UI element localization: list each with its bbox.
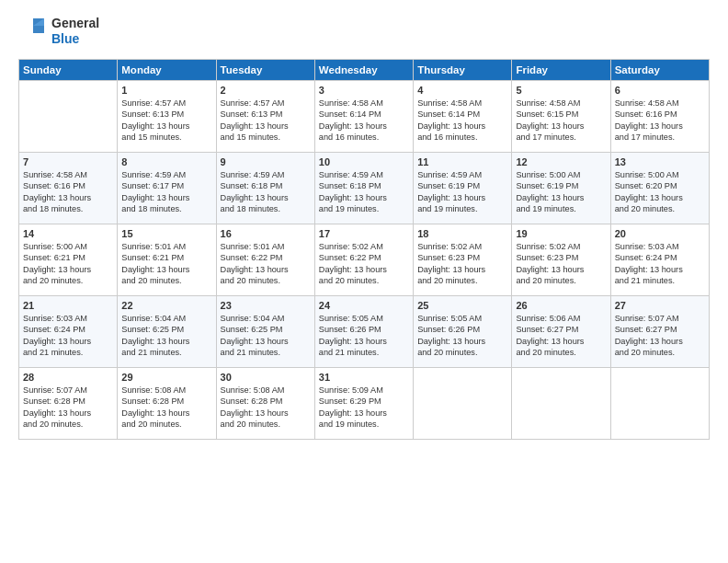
calendar-cell: 30Sunrise: 5:08 AM Sunset: 6:28 PM Dayli… <box>216 368 314 440</box>
week-row-1: 1Sunrise: 4:57 AM Sunset: 6:13 PM Daylig… <box>19 81 710 153</box>
cell-content: Sunrise: 4:58 AM Sunset: 6:16 PM Dayligh… <box>615 98 705 144</box>
cell-content: Sunrise: 5:02 AM Sunset: 6:23 PM Dayligh… <box>417 241 507 287</box>
day-number: 29 <box>121 372 211 383</box>
day-number: 11 <box>417 156 507 167</box>
cell-content: Sunrise: 4:59 AM Sunset: 6:19 PM Dayligh… <box>417 169 507 215</box>
day-number: 30 <box>221 372 311 383</box>
calendar-cell: 3Sunrise: 4:58 AM Sunset: 6:14 PM Daylig… <box>314 81 413 153</box>
calendar-cell: 5Sunrise: 4:58 AM Sunset: 6:15 PM Daylig… <box>512 81 610 153</box>
cell-content: Sunrise: 5:08 AM Sunset: 6:28 PM Dayligh… <box>221 385 311 431</box>
day-header-sunday: Sunday <box>19 60 118 81</box>
day-number: 25 <box>417 300 507 311</box>
calendar-cell: 2Sunrise: 4:57 AM Sunset: 6:13 PM Daylig… <box>216 81 314 153</box>
logo-graphic-icon <box>18 15 48 48</box>
day-number: 2 <box>221 85 311 96</box>
day-header-friday: Friday <box>512 60 610 81</box>
calendar-cell: 16Sunrise: 5:01 AM Sunset: 6:22 PM Dayli… <box>216 224 314 296</box>
header: General Blue <box>18 15 710 48</box>
cell-content: Sunrise: 5:05 AM Sunset: 6:26 PM Dayligh… <box>417 313 507 359</box>
day-number: 21 <box>23 300 113 311</box>
cell-content: Sunrise: 5:05 AM Sunset: 6:26 PM Dayligh… <box>319 313 409 359</box>
day-number: 26 <box>516 300 606 311</box>
calendar-cell: 22Sunrise: 5:04 AM Sunset: 6:25 PM Dayli… <box>118 296 216 368</box>
calendar-cell: 19Sunrise: 5:02 AM Sunset: 6:23 PM Dayli… <box>512 224 610 296</box>
calendar-cell: 24Sunrise: 5:05 AM Sunset: 6:26 PM Dayli… <box>314 296 413 368</box>
cell-content: Sunrise: 5:00 AM Sunset: 6:19 PM Dayligh… <box>516 169 606 215</box>
day-number: 9 <box>221 156 311 167</box>
cell-content: Sunrise: 5:09 AM Sunset: 6:29 PM Dayligh… <box>319 385 409 431</box>
logo: General Blue <box>18 15 99 48</box>
calendar-cell: 21Sunrise: 5:03 AM Sunset: 6:24 PM Dayli… <box>19 296 118 368</box>
calendar-cell: 18Sunrise: 5:02 AM Sunset: 6:23 PM Dayli… <box>414 224 512 296</box>
cell-content: Sunrise: 4:59 AM Sunset: 6:17 PM Dayligh… <box>121 169 211 215</box>
cell-content: Sunrise: 5:00 AM Sunset: 6:21 PM Dayligh… <box>23 241 113 287</box>
day-number: 3 <box>319 85 409 96</box>
cell-content: Sunrise: 4:58 AM Sunset: 6:14 PM Dayligh… <box>319 98 409 144</box>
day-number: 20 <box>615 228 705 239</box>
calendar-cell <box>19 81 118 153</box>
day-number: 1 <box>121 85 211 96</box>
cell-content: Sunrise: 5:06 AM Sunset: 6:27 PM Dayligh… <box>516 313 606 359</box>
calendar-cell: 4Sunrise: 4:58 AM Sunset: 6:14 PM Daylig… <box>414 81 512 153</box>
day-number: 27 <box>615 300 705 311</box>
calendar-cell: 8Sunrise: 4:59 AM Sunset: 6:17 PM Daylig… <box>118 153 216 224</box>
calendar-cell: 17Sunrise: 5:02 AM Sunset: 6:22 PM Dayli… <box>314 224 413 296</box>
day-header-wednesday: Wednesday <box>314 60 413 81</box>
day-number: 24 <box>319 300 409 311</box>
day-number: 8 <box>121 156 211 167</box>
cell-content: Sunrise: 4:58 AM Sunset: 6:15 PM Dayligh… <box>516 98 606 144</box>
calendar-cell <box>414 368 512 440</box>
cell-content: Sunrise: 5:02 AM Sunset: 6:23 PM Dayligh… <box>516 241 606 287</box>
calendar-cell: 9Sunrise: 4:59 AM Sunset: 6:18 PM Daylig… <box>216 153 314 224</box>
day-number: 17 <box>319 228 409 239</box>
cell-content: Sunrise: 4:58 AM Sunset: 6:14 PM Dayligh… <box>417 98 507 144</box>
day-number: 23 <box>221 300 311 311</box>
cell-content: Sunrise: 5:01 AM Sunset: 6:22 PM Dayligh… <box>221 241 311 287</box>
day-number: 7 <box>23 156 113 167</box>
calendar-cell: 11Sunrise: 4:59 AM Sunset: 6:19 PM Dayli… <box>414 153 512 224</box>
cell-content: Sunrise: 5:08 AM Sunset: 6:28 PM Dayligh… <box>121 385 211 431</box>
calendar-cell <box>610 368 709 440</box>
logo-general: General <box>51 16 99 31</box>
cell-content: Sunrise: 4:59 AM Sunset: 6:18 PM Dayligh… <box>319 169 409 215</box>
cell-content: Sunrise: 5:02 AM Sunset: 6:22 PM Dayligh… <box>319 241 409 287</box>
cell-content: Sunrise: 5:07 AM Sunset: 6:27 PM Dayligh… <box>615 313 705 359</box>
cell-content: Sunrise: 5:01 AM Sunset: 6:21 PM Dayligh… <box>121 241 211 287</box>
header-row: SundayMondayTuesdayWednesdayThursdayFrid… <box>19 60 710 81</box>
cell-content: Sunrise: 4:59 AM Sunset: 6:18 PM Dayligh… <box>221 169 311 215</box>
day-number: 22 <box>121 300 211 311</box>
day-header-monday: Monday <box>118 60 216 81</box>
cell-content: Sunrise: 5:00 AM Sunset: 6:20 PM Dayligh… <box>615 169 705 215</box>
day-number: 31 <box>319 372 409 383</box>
week-row-4: 21Sunrise: 5:03 AM Sunset: 6:24 PM Dayli… <box>19 296 710 368</box>
cell-content: Sunrise: 4:57 AM Sunset: 6:13 PM Dayligh… <box>121 98 211 144</box>
day-number: 10 <box>319 156 409 167</box>
cell-content: Sunrise: 5:03 AM Sunset: 6:24 PM Dayligh… <box>23 313 113 359</box>
week-row-5: 28Sunrise: 5:07 AM Sunset: 6:28 PM Dayli… <box>19 368 710 440</box>
calendar-cell: 15Sunrise: 5:01 AM Sunset: 6:21 PM Dayli… <box>118 224 216 296</box>
cell-content: Sunrise: 5:04 AM Sunset: 6:25 PM Dayligh… <box>121 313 211 359</box>
cell-content: Sunrise: 5:03 AM Sunset: 6:24 PM Dayligh… <box>615 241 705 287</box>
calendar-cell: 13Sunrise: 5:00 AM Sunset: 6:20 PM Dayli… <box>610 153 709 224</box>
day-number: 28 <box>23 372 113 383</box>
day-header-saturday: Saturday <box>610 60 709 81</box>
week-row-2: 7Sunrise: 4:58 AM Sunset: 6:16 PM Daylig… <box>19 153 710 224</box>
day-number: 14 <box>23 228 113 239</box>
day-number: 15 <box>121 228 211 239</box>
day-number: 4 <box>417 85 507 96</box>
day-number: 19 <box>516 228 606 239</box>
calendar-cell <box>512 368 610 440</box>
day-header-tuesday: Tuesday <box>216 60 314 81</box>
calendar-cell: 20Sunrise: 5:03 AM Sunset: 6:24 PM Dayli… <box>610 224 709 296</box>
cell-content: Sunrise: 4:57 AM Sunset: 6:13 PM Dayligh… <box>221 98 311 144</box>
logo-blue: Blue <box>51 31 99 47</box>
cell-content: Sunrise: 5:04 AM Sunset: 6:25 PM Dayligh… <box>221 313 311 359</box>
day-header-thursday: Thursday <box>414 60 512 81</box>
week-row-3: 14Sunrise: 5:00 AM Sunset: 6:21 PM Dayli… <box>19 224 710 296</box>
day-number: 12 <box>516 156 606 167</box>
day-number: 18 <box>417 228 507 239</box>
calendar-cell: 10Sunrise: 4:59 AM Sunset: 6:18 PM Dayli… <box>314 153 413 224</box>
cell-content: Sunrise: 4:58 AM Sunset: 6:16 PM Dayligh… <box>23 169 113 215</box>
calendar-cell: 25Sunrise: 5:05 AM Sunset: 6:26 PM Dayli… <box>414 296 512 368</box>
day-number: 5 <box>516 85 606 96</box>
